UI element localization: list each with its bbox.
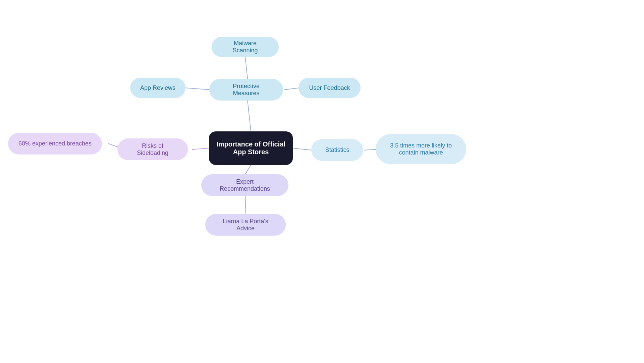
svg-line-8 [245,165,251,174]
svg-line-3 [284,88,300,90]
statistics-node[interactable]: Statistics [311,139,363,161]
risks-sideloading-node[interactable]: Risks of Sideloading [117,138,188,160]
expert-recommendations-node[interactable]: Expert Recommendations [201,174,288,196]
sixty-percent-breaches-node[interactable]: 60% experienced breaches [8,133,102,155]
protective-measures-node[interactable]: Protective Measures [209,79,283,101]
app-reviews-node[interactable]: App Reviews [130,78,185,98]
svg-line-1 [245,57,248,79]
svg-line-6 [293,148,312,150]
svg-line-0 [248,101,251,131]
malware-scanning-node[interactable]: Malware Scanning [212,37,279,57]
three-five-times-node[interactable]: 3.5 times more likely to contain malware [376,134,466,164]
svg-line-2 [184,88,212,90]
liarna-advice-node[interactable]: Liarna La Porta's Advice [205,214,286,236]
svg-line-4 [192,148,209,149]
center-node[interactable]: Importance of Official App Stores [209,131,293,165]
svg-line-9 [245,196,246,215]
user-feedback-node[interactable]: User Feedback [299,78,361,98]
